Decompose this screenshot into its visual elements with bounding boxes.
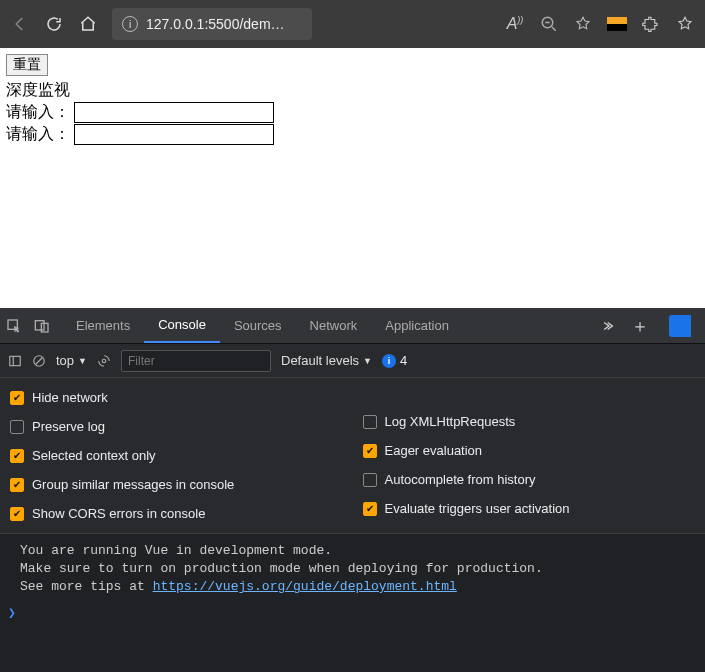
log-levels-selector[interactable]: Default levels ▼ (281, 353, 372, 368)
reset-button[interactable]: 重置 (6, 54, 48, 76)
console-toolbar: top ▼ Default levels ▼ i 4 (0, 344, 705, 378)
back-icon[interactable] (10, 14, 30, 34)
browser-toolbar: i 127.0.0.1:5500/dem… A)) (0, 0, 705, 48)
tab-elements[interactable]: Elements (62, 309, 144, 342)
tab-application[interactable]: Application (371, 309, 463, 342)
console-message: You are running Vue in development mode.… (0, 540, 705, 603)
label-log-xhr: Log XMLHttpRequests (385, 414, 516, 429)
issues-count: 4 (400, 353, 407, 368)
input2-field[interactable] (74, 124, 274, 145)
context-selector-label: top (56, 353, 74, 368)
context-selector[interactable]: top ▼ (56, 353, 87, 368)
console-line: See more tips at https://vuejs.org/guide… (20, 578, 697, 596)
console-settings-panel: ✔Hide network Preserve log ✔Selected con… (0, 378, 705, 534)
devtools: Elements Console Sources Network Applica… (0, 308, 705, 672)
input2-label: 请输入： (6, 124, 70, 145)
address-bar[interactable]: i 127.0.0.1:5500/dem… (112, 8, 312, 40)
info-icon: i (382, 354, 396, 368)
label-selected-context: Selected context only (32, 448, 156, 463)
live-expression-icon[interactable] (97, 354, 111, 368)
console-text: See more tips at (20, 579, 153, 594)
chevron-down-icon: ▼ (78, 356, 87, 366)
url-text: 127.0.0.1:5500/dem… (146, 16, 285, 32)
extension-badge[interactable] (607, 17, 627, 31)
page-content: 重置 深度监视 请输入： 请输入： (0, 48, 705, 308)
console-output: You are running Vue in development mode.… (0, 534, 705, 672)
devtools-tabbar: Elements Console Sources Network Applica… (0, 308, 705, 344)
input1-label: 请输入： (6, 102, 70, 123)
checkbox-hide-network[interactable]: ✔ (10, 391, 24, 405)
input1-field[interactable] (74, 102, 274, 123)
devtools-drawer-toggle[interactable] (669, 315, 691, 337)
label-eager-eval: Eager evaluation (385, 443, 483, 458)
label-preserve-log: Preserve log (32, 419, 105, 434)
chevron-down-icon: ▼ (363, 356, 372, 366)
checkbox-eval-triggers[interactable]: ✔ (363, 502, 377, 516)
label-hide-network: Hide network (32, 390, 108, 405)
issues-badge[interactable]: i 4 (382, 353, 407, 368)
svg-rect-4 (10, 356, 21, 365)
label-autocomplete-history: Autocomplete from history (385, 472, 536, 487)
label-group-similar: Group similar messages in console (32, 477, 234, 492)
svg-rect-2 (35, 320, 44, 329)
zoom-out-icon[interactable] (539, 14, 559, 34)
checkbox-preserve-log[interactable] (10, 420, 24, 434)
favorites-icon[interactable] (573, 14, 593, 34)
tab-console[interactable]: Console (144, 308, 220, 343)
tab-network[interactable]: Network (296, 309, 372, 342)
checkbox-group-similar[interactable]: ✔ (10, 478, 24, 492)
more-tabs-icon[interactable] (603, 319, 617, 333)
favorites-star-icon[interactable] (675, 14, 695, 34)
new-tab-icon[interactable]: ＋ (631, 314, 649, 338)
checkbox-eager-eval[interactable]: ✔ (363, 444, 377, 458)
console-line: Make sure to turn on production mode whe… (20, 560, 697, 578)
svg-point-6 (102, 359, 106, 363)
label-eval-triggers: Evaluate triggers user activation (385, 501, 570, 516)
checkbox-log-xhr[interactable] (363, 415, 377, 429)
filter-input[interactable] (121, 350, 271, 372)
checkbox-show-cors[interactable]: ✔ (10, 507, 24, 521)
page-heading: 深度监视 (6, 80, 699, 101)
label-show-cors: Show CORS errors in console (32, 506, 205, 521)
console-prompt[interactable]: ❯ (0, 603, 705, 625)
tab-sources[interactable]: Sources (220, 309, 296, 342)
read-aloud-icon[interactable]: A)) (505, 14, 525, 34)
console-link[interactable]: https://vuejs.org/guide/deployment.html (153, 579, 457, 594)
site-info-icon[interactable]: i (122, 16, 138, 32)
log-levels-label: Default levels (281, 353, 359, 368)
console-sidebar-icon[interactable] (8, 354, 22, 368)
home-icon[interactable] (78, 14, 98, 34)
checkbox-autocomplete-history[interactable] (363, 473, 377, 487)
clear-console-icon[interactable] (32, 354, 46, 368)
device-toggle-icon[interactable] (34, 318, 50, 334)
console-line: You are running Vue in development mode. (20, 542, 697, 560)
extensions-icon[interactable] (641, 14, 661, 34)
refresh-icon[interactable] (44, 14, 64, 34)
checkbox-selected-context[interactable]: ✔ (10, 449, 24, 463)
inspect-icon[interactable] (6, 318, 22, 334)
